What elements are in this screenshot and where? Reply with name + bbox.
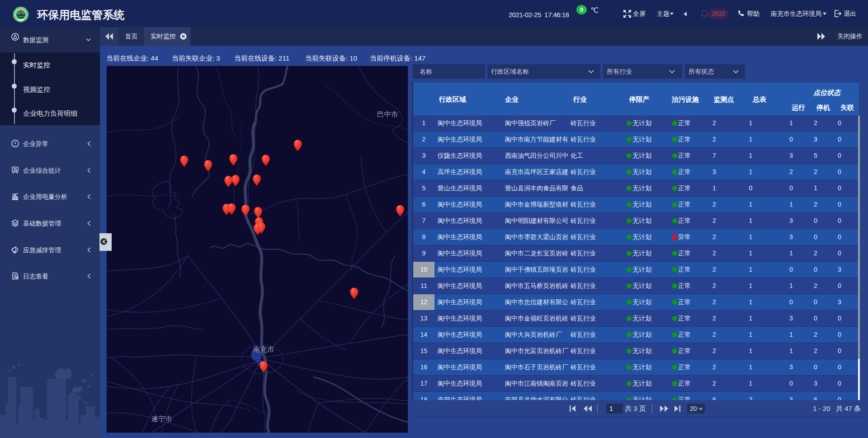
svg-text:遂宁市: 遂宁市: [151, 415, 172, 423]
svg-text:南充市: 南充市: [253, 345, 274, 353]
svg-text:巴中市: 巴中市: [377, 110, 398, 118]
